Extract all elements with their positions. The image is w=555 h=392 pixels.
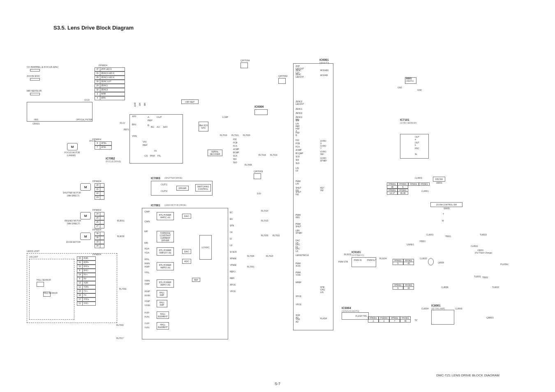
fp9004-label: FP9004	[99, 64, 107, 67]
ic6001-sub: (VENUS3)	[319, 62, 329, 64]
zoom-motor-label: ZOOM MOTOR	[66, 241, 81, 243]
fp9004-label-6: FP9004	[92, 253, 101, 256]
ic7001-box	[142, 208, 228, 339]
ic7003-sub: (SHUTTER DRIVE)	[164, 177, 183, 179]
cl8022-label: CL8022	[471, 245, 478, 247]
ic6006-box	[254, 109, 268, 115]
rl7002-label: RL7002	[119, 288, 127, 290]
ic8001-box	[431, 310, 454, 325]
fp9004-label-3: FP9004	[92, 180, 101, 182]
ic7002-sub: (FOCUS DRIVE)	[106, 160, 121, 163]
cl9903-label: CL9903	[415, 177, 422, 179]
ic7001-mp: MP	[144, 230, 148, 233]
bbit-box: Bbit 2CH DAC	[199, 122, 208, 131]
ic7001-hbridge: H-BRIDGE CONSTANT CURRENT DRIVER	[157, 231, 174, 242]
ic7002-ref: REF	[148, 119, 153, 122]
ic7001-sub: (LENS MOTOR DRIVE)	[164, 204, 186, 206]
ornet-box: OR NET	[181, 99, 199, 104]
rl7004-label: RL7004	[247, 255, 254, 257]
ic7002-in: IN	[154, 150, 157, 152]
ic7001-yvn: YVN	[144, 326, 149, 329]
ic7001-ymn: YMN	[144, 279, 150, 282]
ic7002-vm: VM	[143, 141, 146, 143]
gnd-label-2: GND	[417, 89, 422, 91]
ic7001-xinp: XINP	[144, 290, 150, 293]
ic7001-adc: ADC	[182, 259, 191, 264]
ic8001-sub: (ST TRG AMP)	[431, 307, 445, 310]
footer-right: DMC-TZ1 LENS DRIVE BLOCK DIAGRAM	[436, 374, 500, 377]
ic7001-yvp: YVP	[144, 322, 149, 325]
t8002-label: T8002	[482, 276, 488, 279]
zoom-enc-conn	[30, 78, 40, 81]
ic7101-name: IC7101	[400, 118, 409, 121]
page-title: S3.5. Lens Drive Block Diagram	[53, 25, 134, 31]
cl8001-label: CL8001	[426, 233, 434, 236]
ic7101-sub: (GYRO SENSOR)	[400, 122, 417, 124]
ic7001-yinp: YINP	[144, 300, 150, 302]
flash-label: FLASH	[500, 263, 508, 265]
qr7003-box	[254, 173, 261, 179]
ic7101-box	[400, 134, 429, 159]
ic7002-mix: MIX	[163, 126, 168, 128]
rl7019-label: RL7019	[220, 134, 227, 136]
ic7003-driver: DRIVER	[176, 186, 189, 191]
ic7001-yfil: YFIL	[144, 271, 150, 274]
focus-motor-icon	[67, 143, 78, 150]
ic9101-sub: (SYSTEM IC)	[352, 254, 364, 256]
ic7001-ymp: YMP	[144, 283, 150, 285]
dis-sw-s: S9903	[436, 182, 442, 184]
ic7001-xfil: XFIL	[144, 258, 150, 261]
ois-unit-box	[29, 259, 74, 320]
footer-center: S-7	[275, 382, 280, 386]
rl9104-label: RL9104	[379, 257, 387, 260]
c8003-sub: (For Flash Charge)	[475, 251, 492, 254]
rl7015-label: RL7015	[261, 219, 268, 222]
rl7001-label: RL7001	[247, 265, 254, 268]
ic3004-sub: (CDS/AGC/AD/TG)	[342, 310, 359, 312]
ic7001-cmn: CMN	[144, 220, 150, 223]
ic7001-xinn: XINN	[144, 294, 150, 297]
ic3004-flashtrg: FLASH TRG	[356, 315, 367, 317]
ic7001-dac2: DAC	[182, 249, 191, 254]
ic7002-fil: FIL	[157, 154, 161, 157]
ic7003-name: IC7003	[151, 177, 160, 180]
hall-sensor-label-1: HALL SENSOR	[37, 279, 51, 281]
5-0v-label: 5.0V	[257, 192, 261, 195]
ic7001-btl-x: BTL POWER AMP(X ch)	[157, 262, 174, 270]
ic7001-xda: XDA	[144, 247, 149, 250]
rl7014-label: RL7014	[261, 210, 268, 212]
ic7001-btl-y: BTL POWER AMP(Y ch)	[157, 279, 174, 288]
cl8004-label: CL8004	[421, 307, 429, 310]
dis-sw-box: DIS SW	[433, 177, 445, 182]
ic7003-switching: SWITCHING CONTROL	[195, 184, 211, 191]
ic7001-btl1: BTL POWER AMP(C ch)	[157, 212, 174, 220]
q8009-shape	[428, 258, 434, 265]
rl9030-label: RL9030	[117, 235, 125, 238]
optical-label: OPTICAL FILTER	[76, 118, 92, 121]
zoom-enc-label: ZOOM ENC	[27, 75, 40, 77]
tl8001-label: TL8001	[474, 275, 481, 278]
ic7001-mn: MN	[144, 242, 148, 244]
rl7020-label: RL7020	[243, 134, 250, 136]
unreg-label: UNREG	[407, 243, 414, 246]
rl7008-label: RL7008	[245, 164, 252, 166]
cl8005-label: CL8005	[455, 307, 462, 310]
ic7002-cs: CS	[144, 154, 148, 157]
rl7018-label: RL7018	[259, 154, 266, 156]
ic7002-bin: BIN	[132, 123, 136, 126]
ic3004-name: IC3004	[342, 307, 351, 309]
ic7001-yda: YDA	[144, 251, 149, 254]
ic7002-out: OUT	[157, 116, 162, 118]
ois-unit-label: OIS UNIT	[29, 256, 38, 258]
rl9031-label: RL9031	[117, 219, 125, 222]
a3-1v-label: A3.1V	[120, 122, 125, 124]
ic7001-cmp: CMP	[144, 210, 150, 213]
ic7003-out2: OUT2	[161, 190, 167, 192]
hall-sensor-1	[37, 282, 44, 287]
hall-sensor-label-2: HALL SENSOR	[43, 292, 58, 294]
shutter-motor-label: SHUTTER MOTOR	[63, 191, 81, 194]
zoom-sw-box: ZOOM CONTROL SW	[430, 202, 462, 207]
qr7002-box	[278, 78, 286, 84]
ic7002-vari-ref: REF	[143, 144, 148, 146]
ic7001-xvn: XVN	[144, 316, 149, 318]
